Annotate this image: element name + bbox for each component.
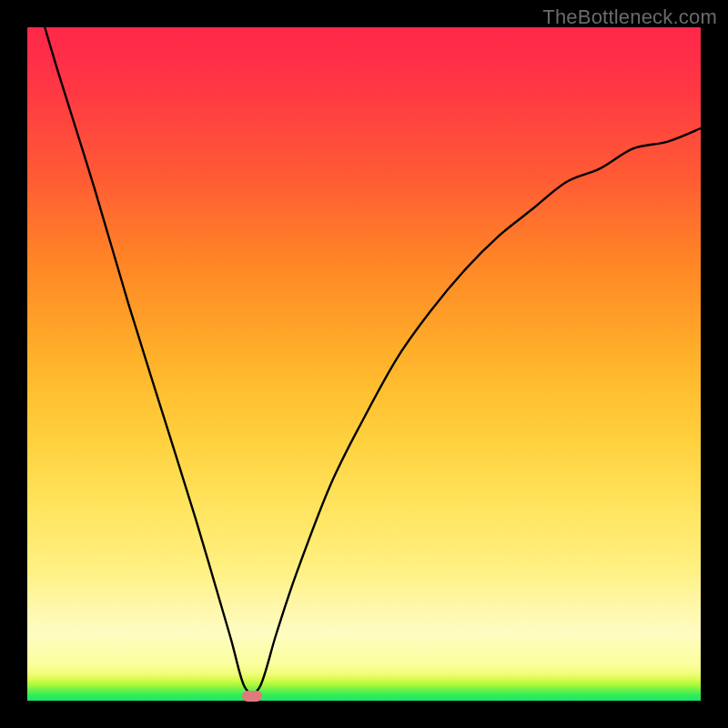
watermark-text: TheBottleneck.com [542,5,717,29]
plot-area [27,27,701,701]
bottleneck-marker [242,691,262,702]
bottleneck-curve [45,27,701,694]
chart-frame: TheBottleneck.com [0,0,728,728]
curve-layer [27,27,701,701]
